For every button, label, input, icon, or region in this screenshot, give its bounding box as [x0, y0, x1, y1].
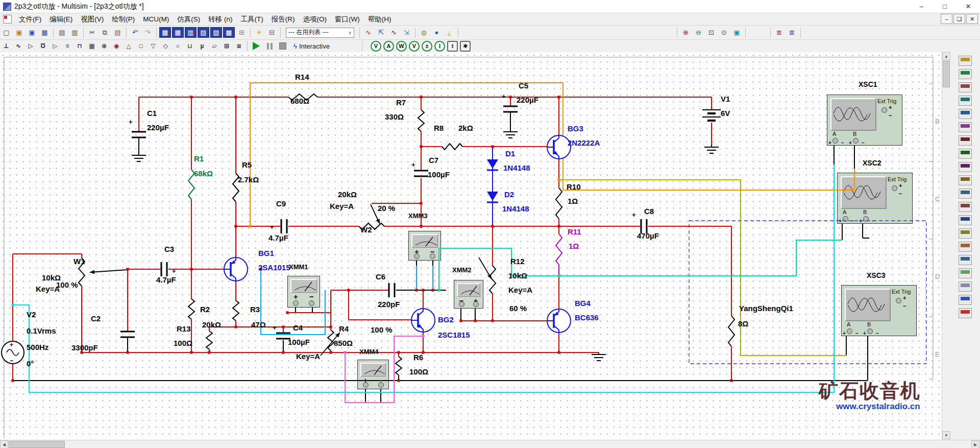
- pause-simulation-button[interactable]: [264, 41, 275, 51]
- scope-channel-a-terminal[interactable]: [832, 138, 838, 144]
- design-toolbox-icon[interactable]: ▦: [159, 27, 171, 38]
- scope-channel-a-terminal[interactable]: [843, 216, 848, 222]
- parent-sheet-icon[interactable]: ⊞: [236, 27, 248, 38]
- ultiboard-icon[interactable]: ◍: [418, 27, 430, 38]
- open-sample-icon[interactable]: ▣: [26, 27, 38, 38]
- oscilloscope-xsc2[interactable]: Ext Trig+−AB+−+−: [837, 173, 913, 224]
- multimeter-xmm2[interactable]: −+: [454, 280, 483, 309]
- meter-terminal[interactable]: [430, 253, 435, 259]
- vertical-scrollbar[interactable]: ▲ ▼: [942, 52, 950, 440]
- four-channel-oscilloscope-icon[interactable]: [959, 109, 972, 119]
- menu-transfer[interactable]: 转移 (n): [204, 14, 236, 25]
- scope-channel-b-terminal[interactable]: [863, 216, 869, 222]
- spreadsheet-view-icon[interactable]: ▦: [172, 27, 184, 38]
- place-transistor-icon[interactable]: Ʊ: [37, 41, 48, 51]
- place-ni-icon[interactable]: ⊔: [184, 41, 195, 51]
- grapher-view-icon[interactable]: ∿: [362, 27, 374, 38]
- place-mixed-icon[interactable]: ⊕: [99, 41, 110, 51]
- menu-window[interactable]: 窗口(W): [331, 14, 364, 25]
- mdi-close-button[interactable]: ✕: [966, 14, 978, 24]
- copy-icon[interactable]: ⧉: [99, 27, 111, 38]
- labview-instrument-icon[interactable]: [959, 295, 972, 305]
- ladder-diagram-icon[interactable]: ≣: [773, 27, 785, 38]
- undo-icon[interactable]: ↶: [129, 27, 141, 38]
- probe-dvoltage-icon[interactable]: V: [409, 41, 420, 52]
- help-swirl-icon[interactable]: ¿: [444, 27, 455, 38]
- agilent-function-generator-icon[interactable]: [959, 242, 972, 252]
- menu-options[interactable]: 选项(O): [299, 14, 331, 25]
- minimize-button[interactable]: –: [910, 0, 933, 13]
- menu-simulate[interactable]: 仿真(S): [173, 14, 204, 25]
- meter-terminal[interactable]: [309, 300, 314, 306]
- meter-terminal[interactable]: [414, 253, 420, 259]
- place-power-icon[interactable]: △: [123, 41, 134, 51]
- scope-channel-b-terminal[interactable]: [853, 138, 859, 144]
- menu-view[interactable]: 视图(V): [77, 14, 108, 25]
- export-up-icon[interactable]: ⇱: [375, 27, 387, 38]
- place-source-icon[interactable]: ⊥: [1, 41, 12, 51]
- scope-trig-terminal[interactable]: [896, 298, 901, 303]
- zoom-area-icon[interactable]: ⊡: [705, 27, 717, 38]
- meter-terminal[interactable]: [378, 382, 384, 388]
- place-rf-icon[interactable]: ◇: [160, 41, 171, 51]
- distortion-analyzer-icon[interactable]: [959, 202, 972, 212]
- menu-reports[interactable]: 报告(R): [267, 14, 299, 25]
- probe-diff-icon[interactable]: ±: [422, 41, 432, 52]
- zoom-in-icon[interactable]: ⊕: [680, 27, 692, 38]
- probe-voltage-icon[interactable]: V: [371, 41, 381, 52]
- place-hierarchical-icon[interactable]: ⊞: [221, 41, 232, 51]
- bode-plotter-icon[interactable]: [959, 122, 972, 132]
- place-electromechanical-icon[interactable]: ○: [172, 41, 183, 51]
- menu-place[interactable]: 绘制(P): [108, 14, 139, 25]
- multimeter-xmm4[interactable]: +−: [357, 360, 389, 389]
- mdi-restore-button[interactable]: ❏: [953, 14, 965, 24]
- scope-channel-b-terminal[interactable]: [867, 328, 873, 334]
- scope-trig-terminal[interactable]: [881, 107, 887, 113]
- oscilloscope-xsc3[interactable]: Ext Trig+−AB+−+−: [841, 285, 917, 336]
- print-preview-icon[interactable]: ▥: [69, 27, 81, 38]
- menu-file[interactable]: 文件(F): [15, 14, 45, 25]
- maximize-button[interactable]: □: [933, 0, 957, 13]
- place-indicator-icon[interactable]: ◉: [111, 41, 122, 51]
- place-connector-icon[interactable]: µ: [197, 41, 208, 51]
- agilent-oscilloscope-icon[interactable]: [959, 268, 972, 278]
- place-advanced-peripherals-icon[interactable]: ▽: [148, 41, 159, 51]
- oscilloscope-icon[interactable]: [959, 96, 972, 106]
- web-icon[interactable]: ●: [431, 27, 443, 38]
- in-use-list-dropdown[interactable]: --- 在用列表 ---∨: [286, 28, 354, 38]
- scope-channel-a-terminal[interactable]: [847, 328, 852, 334]
- save-icon[interactable]: ▦: [39, 27, 51, 38]
- close-button[interactable]: ✕: [957, 0, 980, 13]
- menu-mcu[interactable]: MCU(M): [139, 14, 173, 24]
- stop-simulation-button[interactable]: [278, 41, 288, 51]
- wattmeter-icon[interactable]: [959, 82, 972, 92]
- redo-icon[interactable]: ↷: [142, 27, 154, 38]
- place-basic-icon[interactable]: ∿: [13, 41, 24, 51]
- analyses-icon[interactable]: ∿: [388, 27, 400, 38]
- new-file-icon[interactable]: ▢: [1, 27, 12, 38]
- meter-terminal[interactable]: [293, 300, 299, 306]
- place-misc-icon[interactable]: □: [135, 41, 146, 51]
- menu-help[interactable]: 帮助(H): [364, 14, 396, 25]
- component-wizard-icon[interactable]: ▨: [198, 27, 209, 38]
- place-analog-icon[interactable]: ▷: [50, 41, 61, 51]
- postprocessor-icon[interactable]: ▩: [223, 27, 235, 38]
- meter-terminal[interactable]: [363, 382, 369, 388]
- probe-current-icon[interactable]: A: [383, 41, 394, 52]
- spectrum-analyzer-icon[interactable]: [959, 215, 972, 225]
- print-icon[interactable]: ▤: [56, 27, 68, 38]
- scroll-left-icon[interactable]: ◀: [0, 440, 8, 448]
- horizontal-scrollbar[interactable]: ◀ ▶: [0, 440, 980, 448]
- oscilloscope-xsc1[interactable]: Ext Trig+−AB+−+−: [827, 95, 902, 146]
- place-mcu-icon[interactable]: ▱: [209, 41, 220, 51]
- scope-trig-terminal[interactable]: [892, 185, 897, 191]
- logic-converter-icon[interactable]: [959, 175, 972, 185]
- zoom-out-icon[interactable]: ⊖: [693, 27, 704, 38]
- meter-terminal[interactable]: [473, 301, 479, 307]
- horizontal-scroll-thumb[interactable]: [9, 441, 65, 448]
- logic-analyzer-icon[interactable]: [959, 162, 972, 172]
- probe-power-icon[interactable]: W: [396, 41, 407, 52]
- probe-settings-gear-icon[interactable]: ✱: [460, 41, 471, 52]
- function-generator-icon[interactable]: [959, 69, 972, 79]
- database-manager-icon[interactable]: ▥: [185, 27, 197, 38]
